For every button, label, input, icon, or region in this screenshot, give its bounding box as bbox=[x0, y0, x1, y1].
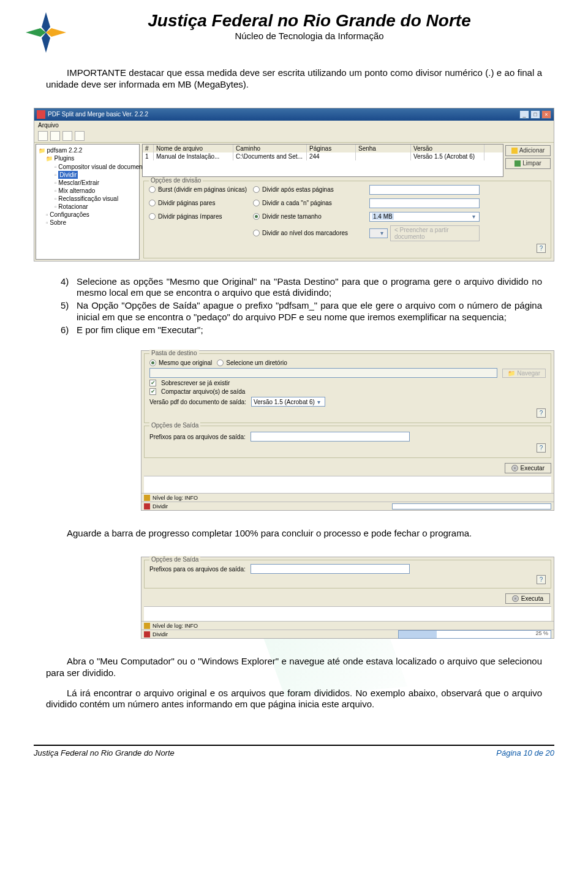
footer-left: Justiça Federal no Rio Grande do Norte bbox=[34, 748, 175, 758]
help-icon[interactable]: ? bbox=[537, 575, 546, 584]
add-icon bbox=[511, 148, 518, 154]
toolbar-button-2[interactable] bbox=[50, 131, 60, 141]
radio-apos[interactable]: Dividir após estas páginas bbox=[253, 186, 369, 193]
executar-button[interactable]: Executa bbox=[505, 593, 550, 604]
radio-pares[interactable]: Dividir páginas pares bbox=[149, 200, 253, 206]
col-pages: Páginas bbox=[307, 145, 356, 152]
status-log-level: Nível de log: INFO bbox=[141, 621, 554, 630]
clear-icon bbox=[514, 160, 521, 167]
opcoes-saida-legend: Opções de Saída bbox=[149, 556, 200, 563]
minimize-button[interactable]: _ bbox=[519, 110, 529, 119]
svg-marker-1 bbox=[46, 28, 66, 37]
tree-rotacionar[interactable]: Rotacionar bbox=[39, 203, 137, 211]
tree-dividir[interactable]: Dividir bbox=[39, 171, 137, 179]
aguarde-paragraph: Aguarde a barra de progresso completar 1… bbox=[46, 528, 542, 539]
split-options-legend: Opções de divisão bbox=[149, 177, 203, 184]
gear-icon bbox=[512, 595, 519, 602]
prefixo-label: Prefixos para os arquivos de saída: bbox=[149, 434, 246, 440]
tree-compositor[interactable]: Compositor visual de documento bbox=[39, 163, 137, 171]
radio-impares[interactable]: Dividir páginas ímpares bbox=[149, 213, 253, 220]
radio-marcadores[interactable]: Dividir ao nível dos marcadores bbox=[253, 230, 369, 236]
step-6-num: 6) bbox=[61, 325, 77, 336]
toolbar-button-1[interactable] bbox=[38, 131, 48, 141]
tree-reclass[interactable]: Reclassificação visual bbox=[39, 195, 137, 203]
tree-mesclar[interactable]: Mesclar/Extrair bbox=[39, 179, 137, 187]
footer-page: Página 10 de 20 bbox=[496, 748, 554, 758]
la-paragraph: Lá irá encontrar o arquivo original e os… bbox=[46, 688, 542, 711]
warn-icon bbox=[144, 623, 150, 629]
split-options-group: Opções de divisão Burst (dividir em pági… bbox=[143, 181, 551, 258]
dir-input[interactable] bbox=[149, 368, 497, 378]
input-apos[interactable] bbox=[369, 185, 480, 195]
tree-plugins[interactable]: Plugins bbox=[39, 154, 137, 163]
input-cada[interactable] bbox=[369, 198, 480, 208]
radio-selecione-dir[interactable]: Selecione um diretório bbox=[217, 359, 287, 366]
tree-root[interactable]: pdfsam 2.2.2 bbox=[39, 146, 137, 155]
tree-mix[interactable]: Mix alternado bbox=[39, 187, 137, 195]
plugin-tree[interactable]: pdfsam 2.2.2 Plugins Compositor visual d… bbox=[36, 144, 140, 260]
navegar-button: 📁 Navegar bbox=[502, 369, 546, 378]
maximize-button[interactable]: □ bbox=[530, 110, 540, 119]
help-icon[interactable]: ? bbox=[537, 244, 546, 253]
col-path: Caminho bbox=[233, 145, 307, 152]
help-icon[interactable]: ? bbox=[537, 408, 546, 418]
page-subtitle: Núcleo de Tecnologia da Informação bbox=[67, 31, 551, 41]
close-button[interactable]: × bbox=[541, 110, 551, 119]
table-row[interactable]: 1 Manual de Instalação... C:\Documents a… bbox=[143, 152, 503, 160]
window-title: PDF Split and Merge basic Ver. 2.2.2 bbox=[48, 111, 148, 118]
pasta-destino-legend: Pasta de destino bbox=[149, 350, 199, 356]
combo-marcadores bbox=[369, 228, 388, 238]
prefixo-input[interactable] bbox=[251, 564, 410, 574]
window-titlebar: PDF Split and Merge basic Ver. 2.2.2 _ □… bbox=[34, 108, 554, 121]
executar-button[interactable]: Executar bbox=[505, 463, 551, 473]
svg-marker-2 bbox=[42, 32, 50, 53]
clear-button[interactable]: Limpar bbox=[505, 158, 551, 169]
col-password: Senha bbox=[356, 145, 411, 152]
tree-config[interactable]: Configurações bbox=[39, 211, 137, 219]
svg-marker-3 bbox=[26, 28, 46, 37]
versao-label: Versão pdf do documento de saída: bbox=[149, 399, 246, 405]
menu-arquivo[interactable]: Arquivo bbox=[38, 122, 59, 129]
radio-mesmo-original[interactable]: Mesmo que original bbox=[149, 359, 212, 366]
toolbar-button-3[interactable] bbox=[62, 131, 72, 141]
combo-tamanho[interactable]: 1.4 MB bbox=[369, 212, 480, 222]
status-dividir: Dividir 25 % bbox=[141, 630, 554, 638]
status-log-level: Nível de log: INFO bbox=[141, 493, 554, 502]
progress-label: 25 % bbox=[535, 630, 548, 636]
status-dividir: Dividir bbox=[141, 502, 554, 510]
add-button[interactable]: Adicionar bbox=[505, 145, 551, 156]
chk-compactar[interactable]: ✔ bbox=[149, 388, 156, 395]
radio-cada[interactable]: Dividir a cada "n" páginas bbox=[253, 200, 369, 206]
prefixo-input[interactable] bbox=[251, 432, 410, 442]
radio-tamanho[interactable]: Dividir neste tamanho bbox=[253, 213, 369, 220]
opcoes-saida-legend: Opções de Saída bbox=[149, 422, 200, 429]
step-4-num: 4) bbox=[61, 276, 77, 299]
chk-sobrescrever[interactable]: ✔ bbox=[149, 380, 156, 386]
split-icon bbox=[144, 631, 150, 637]
opcoes-saida-group: Opções de Saída Prefixos para os arquivo… bbox=[144, 426, 551, 458]
split-icon bbox=[144, 503, 150, 509]
progress-bar: 25 % bbox=[398, 630, 551, 639]
gear-icon bbox=[511, 465, 518, 472]
col-version: Versão bbox=[411, 145, 484, 152]
step-5-num: 5) bbox=[61, 300, 77, 323]
file-table: # Nome de arquivo Caminho Páginas Senha … bbox=[142, 144, 503, 177]
toolbar-button-4[interactable] bbox=[75, 131, 85, 141]
screenshot-1: PDF Split and Merge basic Ver. 2.2.2 _ □… bbox=[34, 108, 554, 261]
pdf-icon bbox=[37, 110, 45, 119]
menu-bar: Arquivo bbox=[34, 121, 554, 130]
opcoes-saida-group: Opções de Saída Prefixos para os arquivo… bbox=[144, 560, 551, 588]
radio-burst[interactable]: Burst (dividir em páginas únicas) bbox=[149, 186, 253, 193]
pasta-destino-group: Pasta de destino Mesmo que original Sele… bbox=[144, 353, 551, 423]
step-4-text: Selecione as opções "Mesmo que Original"… bbox=[77, 276, 542, 299]
toolbar bbox=[34, 130, 554, 143]
preencher-button: < Preencher a partir documento bbox=[390, 225, 480, 241]
help-icon[interactable]: ? bbox=[537, 443, 546, 453]
step-6-text: E por fim clique em "Executar"; bbox=[77, 325, 203, 336]
abra-paragraph: Abra o "Meu Computador" ou o "Windows Ex… bbox=[46, 656, 542, 679]
versao-combo[interactable]: Versão 1.5 (Acrobat 6) bbox=[251, 397, 325, 407]
prefixo-label: Prefixos para os arquivos de saída: bbox=[149, 566, 246, 573]
svg-marker-0 bbox=[42, 12, 50, 32]
logo-icon bbox=[24, 11, 67, 54]
tree-sobre[interactable]: Sobre bbox=[39, 219, 137, 227]
